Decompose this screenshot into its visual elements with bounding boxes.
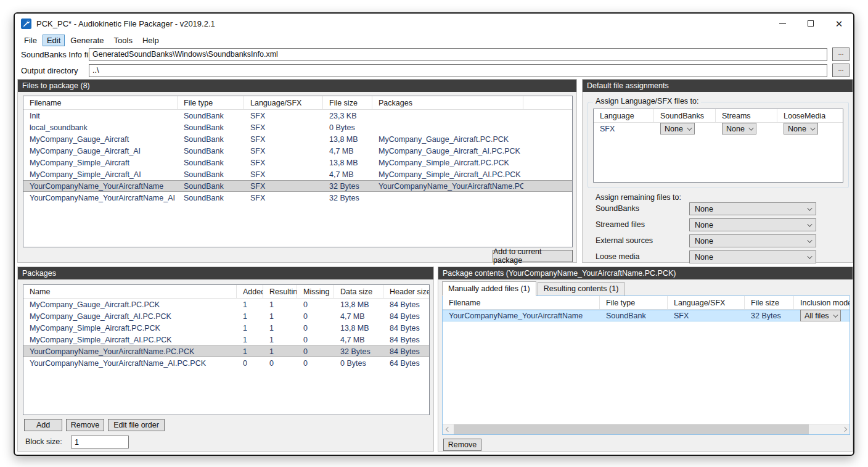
menu-bar: File Edit Generate Tools Help [15, 33, 853, 48]
table-row[interactable]: MyCompany_Gauge_Aircraft.PC.PCK11013,8 M… [23, 299, 429, 310]
soundbanks-info-row: SoundBanks Info file ... [15, 47, 853, 62]
contents-panel-title: Package contents (YourCompanyName_YourAi… [438, 267, 853, 279]
table-row[interactable]: MyCompany_Gauge_Aircraft_AI.PC.PCK1104,7… [23, 310, 429, 322]
menu-tools[interactable]: Tools [110, 35, 137, 46]
tab-manually-added-files[interactable]: Manually added files (1) [442, 281, 536, 296]
cell-added: 1 [237, 336, 263, 344]
assign-external-dropdown[interactable]: None [689, 234, 816, 247]
assign-soundbanks-dropdown[interactable]: None [689, 202, 816, 215]
minimize-button[interactable] [768, 14, 796, 33]
assign-language-group-label: Assign Language/SFX files to: [593, 97, 701, 105]
title-bar[interactable]: PCK_PC* - Audiokinetic File Packager - v… [15, 14, 853, 33]
table-row[interactable]: YourCompanyName_YourAircraftName_AISound… [23, 192, 572, 204]
remove-package-button[interactable]: Remove [66, 419, 104, 431]
table-row[interactable]: YourCompanyName_YourAircraftName_AI.PC.P… [23, 357, 429, 369]
cell-file_type: SoundBank [178, 112, 244, 120]
column-header[interactable]: Name [23, 285, 237, 298]
table-row[interactable]: SFXNoneNoneNone [594, 123, 843, 134]
menu-help[interactable]: Help [138, 35, 163, 46]
menu-generate[interactable]: Generate [66, 35, 108, 46]
scroll-right-button[interactable] [839, 424, 850, 435]
chevron-down-icon [807, 205, 812, 210]
table-row[interactable]: YourCompanyName_YourAircraftNameSoundBan… [23, 180, 572, 192]
scrollbar-track[interactable] [453, 424, 839, 435]
loosemedia-dropdown[interactable]: None [784, 123, 818, 134]
block-size-input[interactable] [71, 436, 129, 448]
table-row[interactable]: InitSoundBankSFX23,3 KB [23, 110, 572, 122]
column-header[interactable]: Language [594, 109, 654, 122]
column-header[interactable]: File type [600, 296, 668, 309]
cell-file_size: 13,8 MB [323, 159, 372, 167]
packages-table-header: NameAddedResultingMissingData sizeHeader… [23, 285, 429, 299]
tab-resulting-contents[interactable]: Resulting contents (1) [538, 282, 625, 296]
cell-resulting: 1 [263, 347, 297, 356]
cell-file_size: 0 Bytes [323, 123, 372, 132]
remove-contents-button[interactable]: Remove [443, 439, 481, 451]
column-header[interactable]: File size [745, 296, 794, 309]
column-header[interactable]: File size [323, 96, 372, 109]
files-panel-title: Files to package (8) [18, 80, 576, 92]
scrollbar-thumb[interactable] [454, 424, 809, 435]
table-row[interactable]: MyCompany_Simple_Aircraft_AISoundBankSFX… [23, 168, 572, 180]
soundbanks-dropdown[interactable]: None [660, 123, 695, 134]
table-row[interactable]: MyCompany_Gauge_Aircraft_AISoundBankSFX4… [23, 145, 572, 157]
assign-streamed-value: None [695, 221, 713, 229]
table-row[interactable]: MyCompany_Simple_Aircraft_AI.PC.PCK1104,… [23, 334, 429, 345]
cell-language: SFX [244, 112, 323, 120]
table-row[interactable]: local_soundbankSoundBankSFX0 Bytes [23, 122, 572, 133]
chevron-down-icon [687, 125, 692, 130]
streams-dropdown[interactable]: None [722, 123, 756, 134]
menu-file[interactable]: File [20, 35, 41, 46]
column-header[interactable]: Language/SFX [244, 96, 323, 109]
table-row[interactable]: YourCompanyName_YourAircraftNameSoundBan… [443, 310, 850, 321]
column-header[interactable]: Filename [23, 96, 178, 109]
close-button[interactable]: ✕ [825, 14, 853, 33]
table-row[interactable]: MyCompany_Simple_AircraftSoundBankSFX13,… [23, 157, 572, 168]
soundbanks-info-input[interactable] [89, 48, 827, 61]
column-header[interactable]: SoundBanks [654, 109, 716, 122]
output-directory-input[interactable] [89, 64, 827, 77]
add-to-current-package-button[interactable]: Add to current package [493, 250, 573, 262]
cell-data_size: 32 Bytes [334, 347, 383, 356]
output-directory-browse-button[interactable]: ... [832, 64, 850, 77]
cell-data_size: 13,8 MB [334, 324, 383, 333]
cell-missing: 0 [297, 324, 334, 333]
column-header[interactable]: File type [178, 96, 244, 109]
column-header[interactable]: Language/SFX [668, 296, 745, 309]
column-header[interactable]: Header size [383, 285, 429, 298]
inclusion_mode-dropdown[interactable]: All files [800, 310, 841, 321]
horizontal-scrollbar[interactable] [443, 424, 850, 434]
table-row[interactable]: MyCompany_Simple_Aircraft.PC.PCK11013,8 … [23, 322, 429, 334]
assign-loose-dropdown[interactable]: None [689, 250, 816, 263]
inclusion_mode-value: All files [805, 312, 829, 320]
cell-file_type: SoundBank [178, 135, 244, 144]
column-header[interactable]: Packages [372, 96, 523, 109]
cell-missing: 0 [297, 359, 334, 368]
table-row[interactable]: MyCompany_Gauge_AircraftSoundBankSFX13,8… [23, 133, 572, 145]
menu-edit[interactable]: Edit [43, 35, 65, 46]
maximize-button[interactable] [796, 14, 825, 33]
cell-name: MyCompany_Gauge_Aircraft_AI.PC.PCK [23, 312, 237, 321]
chevron-down-icon [810, 125, 815, 130]
column-header[interactable] [523, 96, 572, 109]
column-header[interactable]: LooseMedia [777, 109, 843, 122]
add-package-button[interactable]: Add [24, 419, 62, 431]
column-header[interactable]: Inclusion mode [794, 296, 850, 309]
column-header[interactable]: Resulting [263, 285, 297, 298]
cell-language: SFX [244, 123, 323, 132]
soundbanks-info-browse-button[interactable]: ... [832, 48, 850, 61]
column-header[interactable]: Filename [443, 296, 600, 309]
edit-file-order-button[interactable]: Edit file order [108, 419, 165, 431]
cell-language: SFX [244, 170, 323, 179]
table-row[interactable]: YourCompanyName_YourAircraftName.PC.PCK1… [23, 345, 429, 357]
scroll-left-button[interactable] [443, 424, 453, 435]
chevron-down-icon [807, 254, 812, 258]
assign-streamed-dropdown[interactable]: None [689, 218, 816, 231]
column-header[interactable]: Streams [716, 109, 777, 122]
column-header[interactable]: Missing [297, 285, 334, 298]
column-header[interactable]: Added [237, 285, 263, 298]
cell-filename: YourCompanyName_YourAircraftName_AI [23, 194, 178, 202]
column-header[interactable]: Data size [334, 285, 383, 298]
window-title: PCK_PC* - Audiokinetic File Packager - v… [36, 19, 215, 28]
cell-file_type: SoundBank [178, 159, 244, 167]
